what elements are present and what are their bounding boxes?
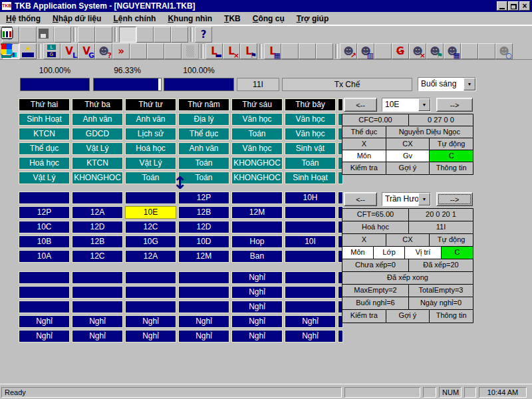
class-cell[interactable]: 10B (19, 235, 70, 248)
class-cell[interactable]: 12M (178, 250, 229, 263)
menu-item-khung-nhìn[interactable]: Khung nhìn (162, 13, 218, 25)
view-chart-button[interactable] (171, 27, 188, 43)
color-squares-button[interactable] (478, 43, 495, 59)
class-cell[interactable]: 12A (72, 206, 123, 219)
close-button[interactable]: × (519, 1, 530, 11)
rest-cell[interactable] (285, 301, 336, 313)
rest-cell[interactable]: Nghỉ (19, 330, 70, 342)
day-header-cell[interactable]: Thứ hai (19, 98, 70, 111)
auto-button[interactable]: Tự động (430, 234, 473, 247)
restore-button[interactable] (508, 1, 519, 11)
cx-button[interactable]: CX (386, 234, 430, 247)
check-button[interactable]: Kiểm tra (342, 310, 386, 323)
disabled-tool-button[interactable]: ▒ (182, 43, 199, 59)
rest-cell[interactable] (285, 271, 336, 284)
day-header-cell[interactable]: Thứ tư (125, 98, 176, 111)
open-file-button[interactable] (19, 27, 37, 43)
rest-cell[interactable]: Nghỉ (231, 330, 283, 342)
session-combobox[interactable]: Buổi sáng ▼ (418, 77, 476, 91)
class-cell[interactable]: 10C (19, 221, 70, 233)
chevron-down-icon[interactable]: ▼ (418, 98, 430, 111)
rest-cell[interactable] (19, 301, 70, 313)
subject-cell[interactable]: Thể dục (19, 142, 70, 155)
teacher-columns-button[interactable]: ☻▥ (357, 43, 374, 59)
c-toggle[interactable]: C (430, 150, 473, 162)
rest-cell[interactable] (125, 271, 176, 284)
teacher-combobox[interactable]: Trần Hương ▼ (382, 192, 431, 206)
teacher-goto-button[interactable]: ☻↗ (340, 43, 357, 59)
class-cell[interactable]: 10E (125, 206, 176, 219)
menu-item-trợ-giúp[interactable]: Trợ giúp (291, 13, 335, 25)
rest-cell[interactable]: Nghỉ (72, 330, 123, 342)
class-cell[interactable] (19, 192, 70, 204)
menu-item-tkb[interactable]: TKB (218, 13, 247, 25)
subject-cell[interactable]: KTCN (72, 157, 123, 170)
rest-cell[interactable] (178, 286, 229, 299)
rest-cell[interactable] (72, 301, 123, 313)
class-cell[interactable]: 12D (178, 221, 229, 233)
subject-cell[interactable]: Vật Lý (19, 172, 70, 184)
rest-cell[interactable] (72, 271, 123, 284)
subject-cell[interactable]: Toán (231, 128, 283, 140)
subject-cell[interactable]: KHONGHOC (231, 157, 283, 170)
view-class-button[interactable]: VL (61, 43, 78, 59)
day-header-cell[interactable]: Thứ sáu (231, 98, 283, 111)
day-header-cell[interactable]: Thứ ba (72, 98, 123, 111)
subject-cell[interactable]: Văn học (231, 142, 283, 155)
subject-cell[interactable]: Sinh Hoạt (285, 172, 336, 184)
rest-cell[interactable]: Nghỉ (178, 330, 229, 342)
rest-cell[interactable]: Nghỉ (178, 315, 229, 328)
class-cell[interactable]: 12B (178, 206, 229, 219)
class-cell[interactable]: 10G (125, 235, 176, 248)
day-header-cell[interactable]: Thứ năm (178, 98, 229, 111)
rest-cell[interactable]: Nghỉ (231, 315, 283, 328)
rest-cell[interactable]: Nghỉ (125, 330, 176, 342)
subject-cell[interactable]: Sinh vật (285, 142, 336, 155)
note-edit-button[interactable]: ✎ (281, 43, 299, 59)
search-document-button[interactable]: ○ (147, 43, 164, 59)
subject-cell[interactable]: Sinh Hoạt (19, 113, 70, 126)
rest-cell[interactable] (285, 286, 336, 299)
class-cell[interactable]: 12B (72, 235, 123, 248)
subject-cell[interactable]: Toán (285, 157, 336, 170)
find-document-button[interactable]: ○ (95, 27, 112, 43)
teacher-next-button[interactable]: --> (436, 192, 473, 206)
class-prev-button[interactable]: <-- (344, 98, 377, 112)
c-toggle[interactable]: C (442, 247, 473, 259)
rest-cell[interactable] (178, 301, 229, 313)
class-next-button[interactable]: --> (436, 98, 473, 112)
class-cell[interactable]: 12P (19, 206, 70, 219)
class-cell[interactable]: 10I (285, 235, 336, 248)
mon-toggle[interactable]: Môn (342, 150, 386, 162)
class-cell[interactable] (231, 192, 283, 204)
class-teacher-link-button[interactable] (43, 43, 61, 59)
rest-cell[interactable] (178, 271, 229, 284)
person-search-button[interactable]: ☻○ (495, 43, 513, 59)
class-cell[interactable] (285, 221, 336, 233)
save-button[interactable] (37, 27, 54, 43)
suggest-button[interactable]: Gợi ý (386, 310, 430, 323)
rest-cell[interactable]: Nghỉ (72, 315, 123, 328)
subject-cell[interactable]: Toán (125, 172, 176, 184)
class-delete-button[interactable]: L× (223, 43, 240, 59)
menu-item-lệnh-chính[interactable]: Lệnh chính (107, 13, 162, 25)
save-as-document-button[interactable]: ▪ (78, 27, 95, 43)
subject-cell[interactable]: Địa lý (178, 113, 229, 126)
subject-cell[interactable]: Hoá học (125, 142, 176, 155)
subject-cell[interactable]: Vật Lý (72, 142, 123, 155)
class-cell[interactable] (231, 221, 283, 233)
teacher-prev-button[interactable]: <-- (344, 192, 377, 206)
subject-cell[interactable]: Văn học (285, 128, 336, 140)
rest-cell[interactable] (125, 286, 176, 299)
teacher-table-button[interactable]: ☻▦ (444, 43, 461, 59)
class-cell[interactable]: 12D (72, 221, 123, 233)
chevron-down-icon[interactable]: ▼ (418, 193, 430, 205)
rest-cell[interactable]: Nghỉ (19, 315, 70, 328)
subject-cell[interactable]: GDCD (72, 128, 123, 140)
subject-cell[interactable]: Văn học (231, 113, 283, 126)
x-button[interactable]: X (342, 138, 386, 150)
class-flag-button[interactable]: L⚑ (240, 43, 257, 59)
subject-cell[interactable]: KTCN (19, 128, 70, 140)
lop-toggle[interactable]: Lớp (374, 247, 405, 259)
rest-cell[interactable] (19, 286, 70, 299)
